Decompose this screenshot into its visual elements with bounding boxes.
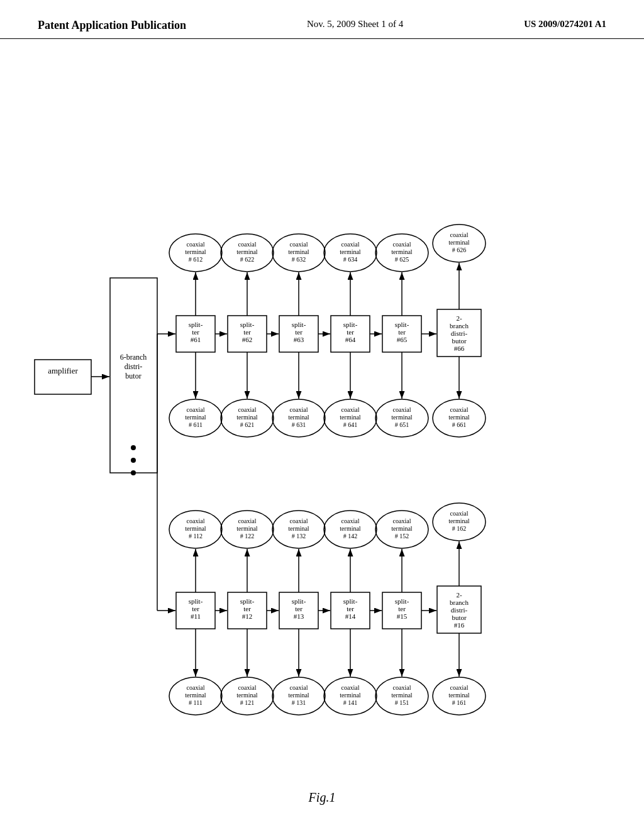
svg-text:# 142: # 142 — [343, 533, 358, 540]
svg-text:# 162: # 162 — [452, 525, 467, 532]
svg-text:coaxial: coaxial — [450, 231, 469, 238]
svg-text:ter: ter — [243, 605, 251, 612]
svg-text:2-: 2- — [456, 591, 462, 599]
svg-text:amplifier: amplifier — [48, 366, 78, 375]
svg-text:# 661: # 661 — [452, 421, 467, 428]
svg-text:coaxial: coaxial — [290, 517, 308, 524]
svg-text:# 632: # 632 — [292, 256, 306, 263]
svg-text:split-: split- — [343, 321, 358, 328]
svg-text:terminal: terminal — [236, 414, 258, 421]
svg-text:# 625: # 625 — [395, 256, 409, 263]
svg-text:# 651: # 651 — [395, 421, 409, 428]
svg-text:coaxial: coaxial — [238, 517, 257, 524]
svg-text:terminal: terminal — [391, 414, 413, 421]
svg-text:terminal: terminal — [185, 414, 206, 421]
diagram-area: amplifier 6-branch distri- butor split- … — [0, 45, 644, 787]
svg-text:#65: #65 — [397, 336, 408, 343]
svg-text:# 111: # 111 — [189, 699, 203, 706]
svg-text:# 612: # 612 — [189, 256, 203, 263]
svg-text:#16: #16 — [454, 621, 465, 629]
svg-text:ter: ter — [295, 605, 303, 612]
svg-text:terminal: terminal — [236, 692, 258, 699]
svg-text:# 122: # 122 — [240, 533, 255, 540]
svg-text:#15: #15 — [397, 612, 408, 620]
svg-text:split-: split- — [292, 597, 306, 605]
svg-text:split-: split- — [240, 321, 255, 328]
svg-text:split-: split- — [395, 597, 409, 605]
svg-text:coaxial: coaxial — [238, 406, 257, 413]
svg-text:butor: butor — [452, 614, 467, 621]
svg-text:ter: ter — [398, 328, 406, 336]
svg-text:#14: #14 — [345, 612, 356, 620]
svg-text:coaxial: coaxial — [341, 517, 360, 524]
svg-text:#13: #13 — [294, 612, 304, 620]
svg-text:# 641: # 641 — [343, 421, 358, 428]
svg-text:coaxial: coaxial — [450, 510, 469, 517]
svg-text:terminal: terminal — [340, 525, 361, 532]
page-header: Patent Application Publication Nov. 5, 2… — [0, 0, 644, 39]
svg-point-104 — [131, 470, 136, 475]
svg-text:2-: 2- — [456, 314, 462, 322]
svg-text:# 611: # 611 — [189, 421, 203, 428]
svg-text:terminal: terminal — [185, 692, 206, 699]
svg-text:#11: #11 — [191, 612, 201, 620]
svg-text:coaxial: coaxial — [290, 406, 308, 413]
svg-text:# 152: # 152 — [395, 533, 409, 540]
svg-text:6-branch: 6-branch — [120, 353, 147, 362]
svg-text:# 112: # 112 — [189, 533, 203, 540]
svg-text:distri-: distri- — [451, 329, 468, 337]
svg-rect-2 — [35, 360, 91, 394]
svg-text:coaxial: coaxial — [238, 241, 257, 248]
svg-text:coaxial: coaxial — [187, 241, 205, 248]
svg-text:terminal: terminal — [185, 525, 206, 532]
svg-text:coaxial: coaxial — [238, 684, 257, 691]
svg-text:# 161: # 161 — [452, 699, 467, 706]
svg-text:ter: ter — [192, 328, 199, 336]
sheet-info: Nov. 5, 2009 Sheet 1 of 4 — [307, 19, 403, 30]
svg-text:terminal: terminal — [340, 248, 361, 255]
svg-text:#61: #61 — [191, 336, 201, 343]
svg-text:ter: ter — [347, 605, 354, 612]
svg-point-102 — [131, 445, 136, 450]
svg-text:# 121: # 121 — [240, 699, 255, 706]
svg-text:#64: #64 — [345, 336, 356, 343]
svg-text:terminal: terminal — [448, 517, 470, 524]
svg-text:branch: branch — [450, 599, 469, 606]
svg-text:ter: ter — [192, 605, 199, 612]
svg-text:# 141: # 141 — [343, 699, 358, 706]
svg-text:terminal: terminal — [391, 248, 413, 255]
svg-text:coaxial: coaxial — [393, 241, 411, 248]
svg-text:distri-: distri- — [125, 362, 143, 371]
svg-text:terminal: terminal — [288, 692, 309, 699]
svg-text:butor: butor — [452, 337, 467, 345]
patent-number: US 2009/0274201 A1 — [524, 19, 606, 30]
svg-text:coaxial: coaxial — [393, 406, 411, 413]
svg-text:terminal: terminal — [448, 239, 470, 246]
svg-text:terminal: terminal — [448, 692, 470, 699]
svg-text:coaxial: coaxial — [341, 406, 360, 413]
svg-text:terminal: terminal — [391, 525, 413, 532]
patent-diagram: amplifier 6-branch distri- butor split- … — [0, 45, 644, 787]
svg-text:terminal: terminal — [448, 414, 470, 421]
svg-text:# 132: # 132 — [292, 533, 306, 540]
svg-text:ter: ter — [243, 328, 251, 336]
svg-point-103 — [131, 458, 136, 463]
svg-text:# 631: # 631 — [292, 421, 306, 428]
svg-text:terminal: terminal — [288, 414, 309, 421]
svg-text:coaxial: coaxial — [187, 406, 205, 413]
svg-text:# 622: # 622 — [240, 256, 255, 263]
svg-text:butor: butor — [125, 372, 141, 380]
svg-text:#66: #66 — [454, 345, 465, 352]
svg-text:coaxial: coaxial — [290, 684, 308, 691]
svg-text:coaxial: coaxial — [187, 684, 205, 691]
svg-text:#12: #12 — [242, 612, 253, 620]
svg-text:distri-: distri- — [451, 606, 468, 614]
svg-text:# 621: # 621 — [240, 421, 255, 428]
svg-text:coaxial: coaxial — [341, 241, 360, 248]
svg-text:ter: ter — [295, 328, 303, 336]
svg-text:ter: ter — [398, 605, 406, 612]
svg-text:# 634: # 634 — [343, 256, 358, 263]
svg-text:split-: split- — [395, 321, 409, 328]
svg-text:split-: split- — [343, 597, 358, 605]
svg-text:terminal: terminal — [185, 248, 206, 255]
